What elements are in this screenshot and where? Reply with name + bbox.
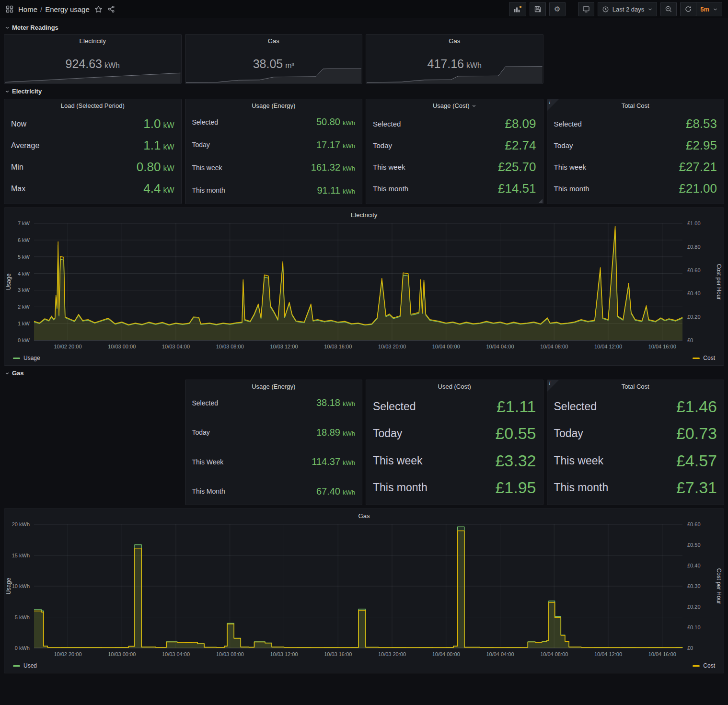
panel-title[interactable]: Used (Cost) [366,380,543,391]
svg-text:1 kW: 1 kW [18,321,30,326]
panel-load-selected-period: Load (Selected Period) Now1.0kW Average1… [4,99,182,204]
legend-color-dash [693,358,700,359]
stat-row: Today£0.73 [554,424,717,443]
svg-text:10/04 08:00: 10/04 08:00 [540,651,568,657]
svg-text:6 kW: 6 kW [18,237,30,243]
favorite-star-icon[interactable] [94,5,103,13]
breadcrumb[interactable]: Home / Energy usage [18,5,90,13]
zoom-out-button[interactable] [660,2,677,16]
row-header-meter-readings[interactable]: Meter Readings [4,20,724,34]
svg-text:10/03 00:00: 10/03 00:00 [108,344,136,349]
save-dashboard-button[interactable] [530,2,546,16]
svg-text:10/04 00:00: 10/04 00:00 [432,344,460,349]
svg-text:10/04 12:00: 10/04 12:00 [594,344,622,349]
panel-usage-cost: Usage (Cost) Selected£8.09 Today£2.74 Th… [366,99,543,204]
stat-row: This week£27.21 [554,160,717,174]
chart-legend: UsedCost [4,661,724,672]
legend-item-cost[interactable]: Cost [693,355,715,361]
svg-text:£0.80: £0.80 [687,244,701,250]
panel-gas-used-cost: Used (Cost) Selected£1.11 Today£0.55 Thi… [366,380,543,505]
svg-text:10/03 08:00: 10/03 08:00 [216,651,244,657]
panel-gas-chart: Gas 0 kWh5 kWh10 kWh15 kWh20 kWh£0£0.10£… [4,509,724,673]
top-nav-bar: Home / Energy usage [0,0,728,18]
svg-text:10/03 12:00: 10/03 12:00 [270,651,298,657]
stat-row: Today£0.55 [373,424,536,443]
panel-meter-gas-m3: Gas 38.05m³ [185,34,363,84]
svg-text:£0.20: £0.20 [687,604,701,610]
panel-title[interactable]: Gas [366,35,543,46]
stat-row: This month91.11kWh [192,185,356,196]
chart-canvas[interactable]: 0 kW1 kW2 kW3 kW4 kW5 kW6 kW7 kW£0£0.20£… [4,219,724,352]
gear-icon: ⚙ [554,5,560,13]
row-header-gas[interactable]: Gas [4,366,724,380]
svg-text:10/03 20:00: 10/03 20:00 [378,344,406,349]
stat-row: This month£7.31 [554,478,717,497]
panel-info-corner[interactable]: i [547,99,559,111]
chevron-down-icon [5,89,10,94]
add-panel-button[interactable] [509,2,526,16]
svg-text:10/04 08:00: 10/04 08:00 [540,344,568,349]
panel-title[interactable]: Gas [4,509,724,520]
panel-title[interactable]: Total Cost [547,380,724,391]
legend-item-used[interactable]: Used [13,662,37,669]
legend-label: Cost [703,355,715,361]
svg-text:15 kWh: 15 kWh [12,553,30,558]
dashboard-settings-button[interactable]: ⚙ [549,2,566,16]
stat-row: Selected£1.11 [373,397,536,416]
svg-text:£0.30: £0.30 [687,583,701,589]
chevron-down-icon [472,104,476,108]
panel-title[interactable]: Total Cost [547,99,724,110]
stat-row: This Month67.40kWh [192,486,356,497]
time-range-picker[interactable]: Last 2 days [598,2,658,16]
clock-icon [602,6,609,13]
svg-text:10/03 04:00: 10/03 04:00 [162,651,190,657]
legend-color-dash [13,665,20,667]
legend-label: Usage [23,355,40,361]
svg-text:£0.60: £0.60 [687,267,701,273]
panel-title[interactable]: Electricity [4,35,181,46]
refresh-interval-dropdown[interactable]: 5m [696,2,722,16]
svg-text:£1.00: £1.00 [687,220,701,226]
svg-text:10/03 16:00: 10/03 16:00 [324,651,352,657]
svg-text:0 kWh: 0 kWh [15,645,30,651]
panel-info-corner[interactable]: i [547,380,559,392]
panel-usage-energy: Usage (Energy) Selected50.80kWh Today17.… [185,99,363,204]
panel-resize-handle[interactable] [538,199,543,203]
legend-item-cost[interactable]: Cost [693,662,715,669]
chart-canvas[interactable]: 0 kWh5 kWh10 kWh15 kWh20 kWh£0£0.10£0.20… [4,520,724,659]
panel-title[interactable]: Load (Selected Period) [4,99,181,110]
tv-mode-button[interactable] [578,2,594,16]
stat-row: Max4.4kW [11,181,174,196]
svg-text:10/03 20:00: 10/03 20:00 [378,651,406,657]
panel-title[interactable]: Electricity [4,208,724,219]
panel-meter-electricity: Electricity 924.63kWh [4,34,182,84]
panel-title[interactable]: Usage (Energy) [185,99,362,110]
dashboards-grid-icon[interactable] [6,5,13,13]
svg-text:£0.60: £0.60 [687,521,701,527]
stat-row: Selected38.18kWh [192,397,356,408]
panel-title[interactable]: Usage (Energy) [185,380,362,391]
chevron-down-icon [5,25,10,30]
svg-text:£0.20: £0.20 [687,314,701,320]
breadcrumb-current: Energy usage [45,5,90,13]
stat-row: Min0.80kW [11,160,174,174]
panel-title[interactable]: Gas [185,35,362,46]
svg-text:10/02 20:00: 10/02 20:00 [54,344,81,349]
svg-text:10/03 00:00: 10/03 00:00 [108,651,136,657]
row-header-electricity[interactable]: Electricity [4,84,724,98]
gas-time-series-plot[interactable]: 0 kWh5 kWh10 kWh15 kWh20 kWh£0£0.10£0.20… [4,520,724,661]
svg-text:10/03 16:00: 10/03 16:00 [324,344,352,349]
stat-row: This month£14.51 [373,181,536,196]
stat-row: This Week114.37kWh [192,456,356,467]
svg-text:10/02 20:00: 10/02 20:00 [54,651,81,657]
section-title: Electricity [12,88,42,95]
legend-item-usage[interactable]: Usage [13,355,40,361]
refresh-button[interactable] [680,2,696,16]
electricity-time-series-plot[interactable]: 0 kW1 kW2 kW3 kW4 kW5 kW6 kW7 kW£0£0.20£… [4,219,724,354]
chevron-down-icon [713,7,718,12]
stat-row: Selected50.80kWh [192,116,356,127]
panel-title[interactable]: Usage (Cost) [366,99,543,110]
breadcrumb-home[interactable]: Home [18,5,37,13]
svg-text:£0: £0 [687,645,693,651]
share-icon[interactable] [107,5,115,13]
